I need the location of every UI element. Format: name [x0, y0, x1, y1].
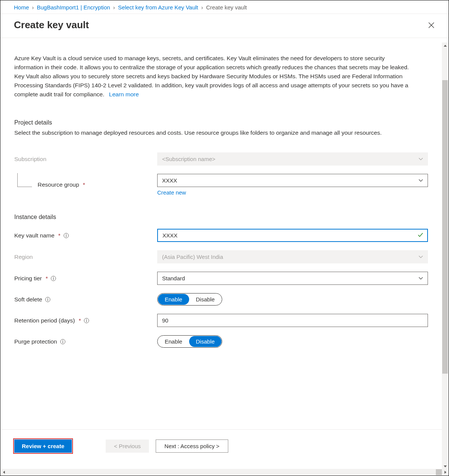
info-icon[interactable]: [64, 233, 69, 238]
svg-rect-2: [66, 235, 66, 237]
breadcrumb: Home › BugBashImport1 | Encryption › Sel…: [0, 0, 449, 14]
scroll-down-arrow[interactable]: [442, 463, 448, 469]
svg-point-13: [62, 340, 63, 341]
purge-enable[interactable]: Enable: [158, 336, 189, 347]
project-details-heading: Project details: [14, 119, 435, 126]
svg-point-10: [86, 319, 87, 320]
info-icon[interactable]: [84, 318, 89, 323]
soft-delete-disable[interactable]: Disable: [189, 294, 221, 305]
retention-period-value: 90: [162, 317, 168, 324]
region-label: Region: [14, 254, 157, 260]
required-indicator: *: [83, 181, 85, 188]
svg-rect-11: [86, 320, 86, 322]
scroll-thumb[interactable]: [436, 469, 442, 475]
scroll-thumb[interactable]: [442, 80, 448, 374]
instance-details-heading: Instance details: [14, 214, 435, 221]
learn-more-link[interactable]: Learn more: [109, 91, 139, 97]
content-area: Azure Key Vault is a cloud service used …: [1, 43, 448, 419]
svg-rect-5: [53, 278, 54, 280]
purge-protection-toggle[interactable]: Enable Disable: [157, 335, 222, 348]
info-icon[interactable]: [51, 276, 56, 281]
pricing-tier-label: Pricing tier*: [14, 275, 157, 282]
region-select: (Asia Pacific) West India: [157, 250, 428, 263]
chevron-down-icon: [419, 178, 423, 183]
retention-period-label: Retention period (days)*: [14, 317, 157, 324]
required-indicator: *: [46, 275, 48, 282]
retention-period-input[interactable]: 90: [157, 314, 428, 327]
soft-delete-label: Soft delete: [14, 296, 157, 303]
key-vault-name-label: Key vault name*: [14, 232, 157, 239]
svg-point-4: [53, 277, 54, 278]
page-title: Create key vault: [14, 19, 89, 31]
scroll-right-arrow[interactable]: [442, 469, 448, 475]
project-details-subtext: Select the subscription to manage deploy…: [14, 128, 413, 137]
info-icon[interactable]: [60, 339, 65, 344]
key-vault-name-value: XXXX: [162, 232, 177, 239]
close-button[interactable]: [428, 21, 435, 29]
footer-bar: Review + create < Previous Next : Access…: [1, 429, 442, 462]
intro-text: Azure Key Vault is a cloud service used …: [14, 54, 413, 99]
pricing-tier-value: Standard: [162, 275, 185, 281]
breadcrumb-current: Create key vault: [206, 4, 247, 11]
create-new-link[interactable]: Create new: [157, 189, 186, 196]
chevron-right-icon: ›: [32, 4, 34, 11]
page-header: Create key vault: [0, 14, 449, 38]
resource-group-value: XXXX: [162, 177, 177, 184]
horizontal-scrollbar[interactable]: [1, 469, 448, 475]
breadcrumb-home[interactable]: Home: [14, 4, 29, 11]
close-icon: [428, 22, 434, 28]
chevron-right-icon: ›: [201, 4, 203, 11]
svg-point-7: [47, 298, 48, 299]
soft-delete-enable[interactable]: Enable: [158, 294, 189, 305]
scroll-up-arrow[interactable]: [442, 43, 448, 49]
info-icon[interactable]: [45, 297, 50, 302]
subscription-placeholder: <Subscription name>: [162, 156, 215, 162]
svg-point-1: [66, 234, 67, 235]
chevron-down-icon: [419, 255, 423, 259]
subscription-label: Subscription: [14, 156, 157, 163]
chevron-right-icon: ›: [113, 4, 115, 11]
svg-rect-14: [62, 341, 63, 343]
purge-disable[interactable]: Disable: [189, 336, 221, 347]
vertical-scrollbar[interactable]: [442, 43, 448, 469]
checkmark-icon: [417, 232, 423, 239]
required-indicator: *: [79, 317, 81, 324]
region-value: (Asia Pacific) West India: [162, 254, 223, 260]
soft-delete-toggle[interactable]: Enable Disable: [157, 293, 222, 306]
svg-rect-8: [47, 299, 48, 301]
purge-protection-label: Purge protection: [14, 338, 157, 345]
resource-group-select[interactable]: XXXX: [157, 174, 428, 187]
key-vault-name-input[interactable]: XXXX: [157, 229, 428, 242]
next-button[interactable]: Next : Access policy >: [156, 440, 228, 453]
breadcrumb-encryption[interactable]: BugBashImport1 | Encryption: [37, 4, 110, 11]
subscription-select: <Subscription name>: [157, 152, 428, 166]
breadcrumb-select-key[interactable]: Select key from Azure Key Vault: [118, 4, 198, 11]
chevron-down-icon: [419, 157, 423, 161]
scroll-left-arrow[interactable]: [1, 469, 7, 475]
intro-body: Azure Key Vault is a cloud service used …: [14, 55, 409, 97]
previous-button: < Previous: [106, 440, 149, 453]
review-create-button[interactable]: Review + create: [14, 440, 72, 453]
required-indicator: *: [58, 232, 61, 239]
chevron-down-icon: [419, 276, 423, 281]
resource-group-label: Resource group*: [14, 181, 157, 188]
pricing-tier-select[interactable]: Standard: [157, 272, 428, 285]
